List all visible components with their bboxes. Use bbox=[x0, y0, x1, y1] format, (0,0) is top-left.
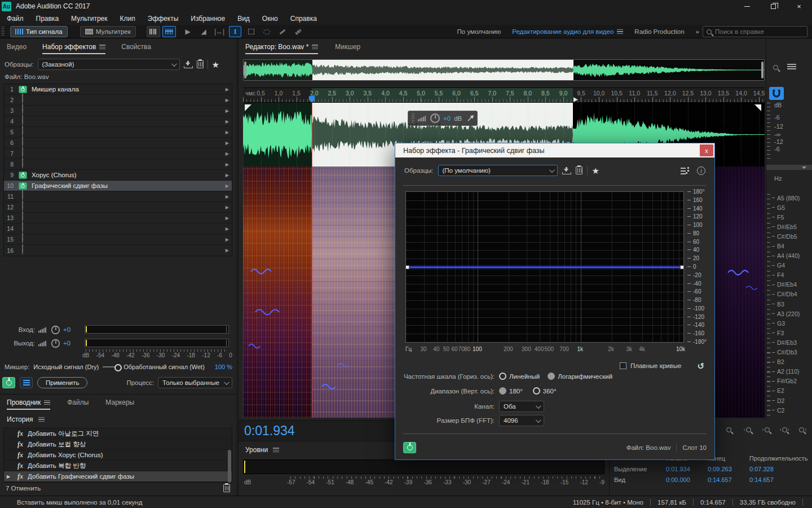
rack-slot[interactable]: 12▶ bbox=[4, 202, 232, 213]
volume-hud[interactable]: +0 dB bbox=[408, 111, 478, 126]
clear-history-icon[interactable] bbox=[223, 484, 230, 492]
help-search-box[interactable] bbox=[703, 26, 807, 37]
close-button[interactable]: × bbox=[786, 0, 812, 12]
slot-power-icon[interactable] bbox=[16, 159, 29, 169]
slot-power-icon[interactable] bbox=[16, 224, 29, 234]
history-scrollbar[interactable] bbox=[228, 450, 231, 483]
slot-arrow-icon[interactable]: ▶ bbox=[226, 205, 229, 210]
fft-size-dropdown[interactable]: 4096 bbox=[499, 415, 544, 426]
slot-arrow-icon[interactable]: ▶ bbox=[226, 237, 229, 242]
slot-arrow-icon[interactable]: ▶ bbox=[226, 130, 229, 135]
slip-tool[interactable]: |↔| bbox=[213, 26, 226, 37]
tab-properties[interactable]: Свойства bbox=[121, 43, 151, 53]
menu-item[interactable]: Мультитрек bbox=[71, 15, 107, 23]
minimize-button[interactable] bbox=[734, 0, 760, 12]
hud-grip[interactable] bbox=[412, 113, 414, 123]
radio-180[interactable]: 180° bbox=[499, 387, 523, 395]
slot-power-icon[interactable] bbox=[16, 213, 29, 223]
hud-volume-knob[interactable] bbox=[430, 113, 440, 123]
timeline-ruler[interactable]: чмс 0,51,01,52,02,53,03,54,04,55,05,56,0… bbox=[243, 87, 765, 103]
history-item[interactable]: fxДобавить Хорус (Chorus) bbox=[4, 450, 232, 461]
phase-curve[interactable] bbox=[406, 266, 683, 268]
tab-media-browser[interactable]: Проводник bbox=[7, 398, 50, 409]
rack-slot[interactable]: 15▶ bbox=[4, 234, 232, 245]
output-gain-knob[interactable] bbox=[51, 339, 60, 347]
slot-power-icon[interactable] bbox=[16, 202, 29, 212]
zoom-vertical-icon[interactable]: ↕ bbox=[797, 424, 809, 435]
zoom-out-full-icon[interactable] bbox=[773, 65, 778, 70]
table-value[interactable]: 0:00.000 bbox=[666, 476, 708, 483]
rack-slot[interactable]: 11▶ bbox=[4, 191, 232, 202]
zoom-selection-icon[interactable]: ‹› bbox=[778, 424, 791, 435]
rack-slot[interactable]: 5▶ bbox=[4, 127, 232, 138]
phase-graph-plot[interactable] bbox=[405, 191, 684, 343]
move-tool[interactable]: ▶ bbox=[182, 26, 194, 37]
panel-menu-icon[interactable] bbox=[44, 400, 50, 405]
table-value[interactable]: 0:09.263 bbox=[708, 466, 749, 472]
menu-item[interactable]: Правка bbox=[36, 15, 59, 23]
rack-slot[interactable]: 2▶ bbox=[4, 95, 232, 106]
slot-arrow-icon[interactable]: ▶ bbox=[226, 87, 229, 92]
slot-power-icon[interactable] bbox=[16, 148, 29, 159]
menu-item[interactable]: Эффекты bbox=[148, 15, 179, 23]
radio-360[interactable]: 360° bbox=[533, 387, 557, 395]
delete-preset-icon[interactable] bbox=[197, 60, 204, 68]
preset-manager-button[interactable] bbox=[20, 377, 33, 388]
zoom-in-point-icon[interactable] bbox=[722, 424, 735, 435]
table-value[interactable]: 0:01.934 bbox=[666, 466, 708, 472]
dialog-preset-dropdown[interactable]: (По умолчанию) bbox=[438, 165, 558, 176]
zoom-out-horizontal-icon[interactable]: › bbox=[760, 424, 772, 435]
slot-power-icon[interactable] bbox=[16, 191, 29, 202]
slot-arrow-icon[interactable]: ▶ bbox=[226, 248, 229, 253]
razor-tool[interactable]: ◢ bbox=[197, 26, 210, 37]
table-value[interactable]: 0:14.657 bbox=[749, 476, 812, 483]
tab-video[interactable]: Видео bbox=[7, 43, 27, 53]
playhead-time-display[interactable]: 0:01.934 bbox=[244, 423, 295, 439]
smooth-curves-option[interactable]: Плавные кривые bbox=[620, 362, 681, 369]
rack-slot[interactable]: 4▶ bbox=[4, 116, 232, 127]
slot-power-icon[interactable] bbox=[16, 246, 29, 256]
time-selection-tool[interactable]: I bbox=[229, 26, 241, 37]
rack-slot[interactable]: 3▶ bbox=[4, 106, 232, 116]
rack-slot[interactable]: 16▶ bbox=[4, 245, 232, 256]
tab-effects-rack[interactable]: Набор эффектов bbox=[42, 43, 105, 53]
search-input[interactable] bbox=[715, 28, 794, 35]
tab-markers[interactable]: Маркеры bbox=[105, 398, 134, 409]
radio-linear[interactable]: Линейный bbox=[499, 373, 540, 380]
workspace-item[interactable]: По умолчанию bbox=[457, 28, 501, 35]
rack-slot[interactable]: 1Микшер канала▶ bbox=[4, 84, 232, 95]
menu-item[interactable]: Вид bbox=[237, 15, 250, 23]
favorite-icon[interactable]: ★ bbox=[592, 167, 599, 175]
scale-divider[interactable] bbox=[766, 165, 812, 170]
save-preset-icon[interactable] bbox=[562, 167, 571, 174]
menu-item[interactable]: Справка bbox=[290, 15, 317, 23]
waveform-view-button[interactable]: Тип сигнала bbox=[10, 26, 68, 37]
slot-arrow-icon[interactable]: ▶ bbox=[226, 194, 229, 199]
overview-right-handle[interactable] bbox=[761, 62, 764, 78]
slot-power-icon[interactable] bbox=[16, 234, 29, 244]
slot-arrow-icon[interactable]: ▶ bbox=[226, 173, 229, 178]
slot-power-icon[interactable] bbox=[16, 172, 29, 179]
rack-slot[interactable]: 7▶ bbox=[4, 148, 232, 159]
panel-menu-icon[interactable] bbox=[312, 45, 318, 49]
rack-slot[interactable]: 9Хорус (Chorus)▶ bbox=[4, 170, 232, 181]
workspace-item[interactable]: Редактирование аудио для видео bbox=[512, 28, 623, 35]
delete-preset-icon[interactable] bbox=[576, 167, 582, 174]
slot-arrow-icon[interactable]: ▶ bbox=[226, 151, 229, 156]
workspace-item[interactable]: Radio Production bbox=[634, 28, 684, 35]
history-item[interactable]: fxДобавить 복합 반향 bbox=[4, 461, 232, 471]
save-preset-icon[interactable] bbox=[184, 61, 193, 68]
restore-button[interactable] bbox=[760, 0, 786, 12]
tab-files[interactable]: Файлы bbox=[67, 398, 89, 409]
rack-slot[interactable]: 14▶ bbox=[4, 224, 232, 234]
channel-dropdown[interactable]: Оба bbox=[499, 401, 544, 412]
snap-magnet-icon[interactable] bbox=[769, 87, 784, 100]
info-icon[interactable]: i bbox=[697, 167, 705, 175]
workspace-menu-icon[interactable] bbox=[617, 29, 623, 34]
curve-handle[interactable] bbox=[405, 265, 409, 269]
slot-power-icon[interactable] bbox=[16, 182, 29, 190]
slot-power-icon[interactable] bbox=[16, 95, 29, 105]
multitrack-view-button[interactable]: Мультитрек bbox=[80, 26, 136, 37]
history-item[interactable]: fxДобавить 아날로그 지연 bbox=[4, 428, 232, 439]
tab-mixer[interactable]: Микшер bbox=[335, 43, 360, 53]
